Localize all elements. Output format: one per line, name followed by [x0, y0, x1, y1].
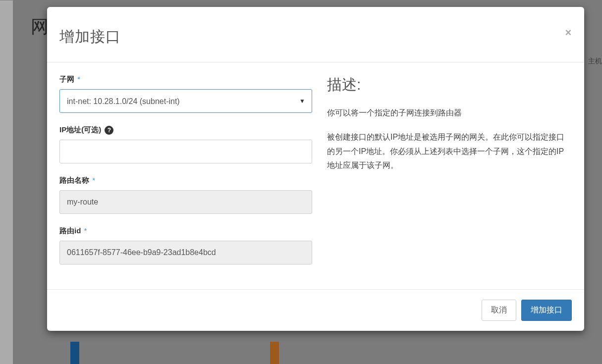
add-interface-modal: 增加接口 × 子网 * int-net: 10.28.1.0/24 (subne…	[47, 7, 584, 331]
form-column: 子网 * int-net: 10.28.1.0/24 (subnet-int) …	[59, 75, 312, 277]
description-paragraph-2: 被创建接口的默认IP地址是被选用子网的网关。在此你可以指定接口的另一个IP地址。…	[327, 130, 572, 173]
help-icon[interactable]: ?	[105, 126, 113, 135]
ip-address-field-group: IP地址(可选) ?	[59, 125, 312, 163]
required-indicator: *	[84, 226, 87, 235]
ip-address-input[interactable]	[59, 140, 312, 163]
router-id-input	[59, 241, 312, 264]
subnet-label: 子网 *	[59, 75, 312, 84]
router-id-field-group: 路由id *	[59, 226, 312, 264]
required-indicator: *	[77, 75, 80, 83]
subnet-field-group: 子网 * int-net: 10.28.1.0/24 (subnet-int) …	[59, 75, 312, 113]
ip-address-label: IP地址(可选) ?	[59, 125, 312, 135]
submit-button[interactable]: 增加接口	[521, 300, 572, 321]
router-name-field-group: 路由名称 *	[59, 176, 312, 214]
modal-body: 子网 * int-net: 10.28.1.0/24 (subnet-int) …	[47, 62, 584, 290]
router-id-label: 路由id *	[59, 226, 312, 236]
close-icon: ×	[565, 26, 572, 39]
modal-header: 增加接口 ×	[47, 7, 584, 62]
description-title: 描述:	[327, 75, 572, 95]
close-button[interactable]: ×	[562, 27, 574, 39]
modal-footer: 取消 增加接口	[47, 290, 584, 331]
description-column: 描述: 你可以将一个指定的子网连接到路由器 被创建接口的默认IP地址是被选用子网…	[327, 75, 572, 277]
router-name-input	[59, 190, 312, 214]
subnet-select-wrapper: int-net: 10.28.1.0/24 (subnet-int) ▼	[59, 89, 312, 113]
description-paragraph-1: 你可以将一个指定的子网连接到路由器	[327, 106, 572, 120]
router-name-label: 路由名称 *	[59, 176, 312, 185]
required-indicator: *	[92, 176, 95, 184]
subnet-select[interactable]: int-net: 10.28.1.0/24 (subnet-int)	[59, 89, 312, 113]
cancel-button[interactable]: 取消	[482, 300, 516, 321]
modal-title: 增加接口	[59, 27, 572, 47]
